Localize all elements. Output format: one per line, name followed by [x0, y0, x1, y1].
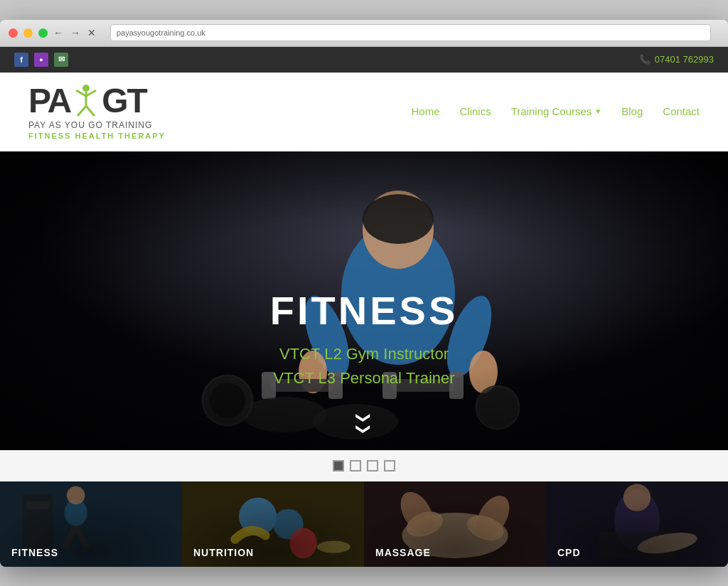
tile-cpd[interactable]: CPD [546, 481, 728, 567]
tile-fitness[interactable]: FITNESS [0, 481, 182, 567]
logo-area[interactable]: PA GT [28, 83, 166, 140]
top-bar: f ● ✉ 📞 07401 762993 [0, 47, 728, 73]
nav-contact[interactable]: Contact [663, 105, 700, 117]
tile-massage-label: MASSAGE [375, 547, 431, 558]
logo-text: PA GT [28, 83, 146, 119]
svg-line-4 [77, 106, 86, 116]
dropdown-arrow-icon: ▼ [594, 107, 601, 115]
tile-fitness-label: FITNESS [11, 547, 58, 558]
hero-subtitle-2: VTCT L3 Personal Trainer [0, 369, 728, 388]
social-icons-group: f ● ✉ [14, 53, 68, 67]
tile-nutrition-label: NUTRITION [193, 547, 254, 558]
back-button[interactable]: ← [53, 27, 63, 38]
slider-dot-1[interactable] [333, 460, 344, 472]
browser-titlebar: ← → ✕ payasyougotraining.co.uk [0, 20, 728, 47]
phone-text: 07401 762993 [655, 54, 714, 65]
maximize-button[interactable] [38, 28, 48, 38]
svg-line-5 [86, 106, 95, 116]
nav-training-courses[interactable]: Training Courses ▼ [511, 105, 602, 117]
close-button[interactable] [9, 28, 18, 38]
url-text: payasyougotraining.co.uk [117, 28, 205, 37]
hero-title: FITNESS [0, 287, 728, 334]
tile-cpd-label: CPD [557, 547, 581, 558]
slider-dot-3[interactable] [367, 460, 378, 472]
email-icon[interactable]: ✉ [54, 53, 68, 67]
nav-blog[interactable]: Blog [621, 105, 643, 117]
forward-button[interactable]: → [70, 27, 80, 38]
tile-massage[interactable]: MASSAGE [364, 481, 546, 567]
logo-figure-icon [70, 83, 102, 119]
slider-dot-4[interactable] [384, 460, 395, 472]
site-navigation: Home Clinics Training Courses ▼ Blog Con… [411, 105, 700, 117]
nav-clinics[interactable]: Clinics [460, 105, 491, 117]
instagram-icon[interactable]: ● [34, 53, 48, 67]
browser-navigation: ← → ✕ [53, 27, 96, 38]
site-header: PA GT [0, 73, 728, 151]
logo-tagline: FITNESS HEALTH THERAPY [28, 132, 166, 140]
svg-point-0 [82, 85, 90, 92]
website-content: f ● ✉ 📞 07401 762993 PA [0, 47, 728, 567]
tile-nutrition[interactable]: NUTRITION [182, 481, 364, 567]
address-bar[interactable]: payasyougotraining.co.uk [110, 24, 711, 41]
facebook-icon[interactable]: f [14, 53, 28, 67]
slider-dot-2[interactable] [350, 460, 361, 472]
logo-gt: GT [102, 84, 146, 118]
slider-dots [0, 450, 728, 481]
browser-window: ← → ✕ payasyougotraining.co.uk f ● ✉ 📞 0… [0, 20, 728, 567]
logo-subtitle: PAY AS YOU GO TRAINING [28, 120, 152, 130]
hero-subtitle-1: VTCT L2 Gym Instructor [0, 345, 728, 363]
hero-content: FITNESS VTCT L2 Gym Instructor VTCT L3 P… [0, 287, 728, 393]
reload-button[interactable]: ✕ [87, 27, 96, 38]
minimize-button[interactable] [23, 28, 33, 38]
phone-icon: 📞 [639, 54, 651, 65]
logo-pa: PA [28, 84, 70, 118]
phone-number[interactable]: 📞 07401 762993 [639, 54, 714, 65]
category-tiles: FITNESS [0, 481, 728, 567]
nav-training-courses-label: Training Courses [511, 105, 592, 117]
nav-home[interactable]: Home [411, 105, 439, 117]
scroll-indicator[interactable]: ❯ ❯ [358, 410, 370, 436]
hero-slider: FITNESS VTCT L2 Gym Instructor VTCT L3 P… [0, 151, 728, 450]
